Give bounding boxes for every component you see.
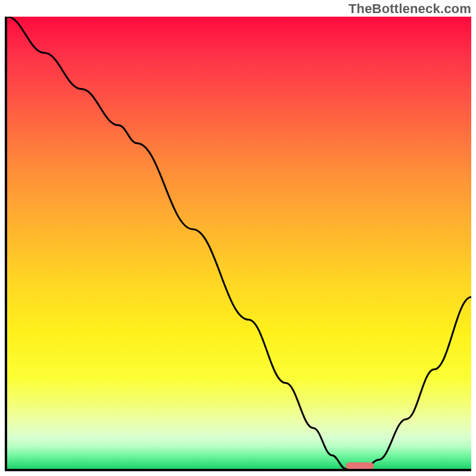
optimal-marker [346,462,374,469]
overlay-svg [7,17,471,469]
watermark-text: TheBottleneck.com [349,1,471,17]
chart-container: TheBottleneck.com [0,0,476,476]
bottleneck-curve [7,17,471,469]
plot-area [5,17,471,471]
